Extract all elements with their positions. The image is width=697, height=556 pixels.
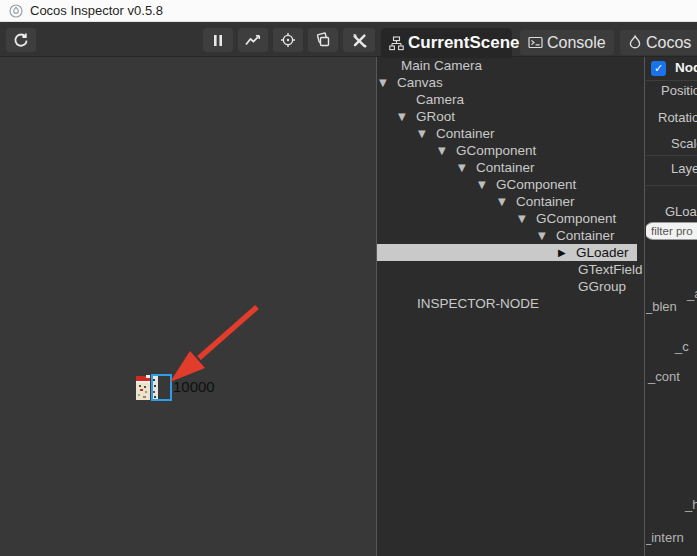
tab-cocos[interactable]: Cocos — [620, 30, 697, 55]
counter-text: 10000 — [173, 378, 215, 396]
node-enabled-checkbox[interactable]: ✓ — [651, 61, 666, 76]
inspector-panel: ✓ Node PositionRotationScaleLayerGLoader… — [646, 57, 697, 556]
inspector-property-fragment: _a — [687, 286, 697, 301]
node-header-row: ✓ Node — [646, 58, 697, 79]
inspector-label-layer: Layer — [671, 161, 697, 176]
tree-node-label: Main Camera — [401, 58, 482, 73]
tab-label: CurrentScene — [408, 33, 519, 53]
tree-node-gloader[interactable]: ▶GLoader — [377, 244, 637, 261]
collapse-arrow-icon[interactable]: ▼ — [418, 125, 436, 142]
tree-node-container[interactable]: ▼Container — [377, 227, 644, 244]
collapse-arrow-icon[interactable]: ▼ — [518, 210, 536, 227]
tree-node-label: Camera — [416, 92, 464, 107]
tree-node-label: Container — [436, 126, 495, 141]
tree-node-ggroup[interactable]: GGroup — [377, 278, 644, 295]
tree-node-camera[interactable]: Camera — [377, 91, 644, 108]
tab-label: Cocos — [646, 34, 691, 52]
tree-node-label: GLoader — [576, 245, 629, 260]
target-picker-button[interactable] — [273, 28, 303, 52]
layers-icon — [315, 32, 331, 48]
tree-node-inspector-node[interactable]: INSPECTOR-NODE — [377, 295, 644, 312]
tree-node-container[interactable]: ▼Container — [377, 159, 644, 176]
pause-icon — [212, 34, 224, 47]
filter-properties-input[interactable] — [646, 222, 697, 240]
game-view-canvas[interactable]: 10000 — [0, 57, 377, 556]
tree-node-label: Container — [476, 160, 535, 175]
crosshair-icon — [280, 32, 296, 48]
duplicate-button[interactable] — [308, 28, 338, 52]
hierarchy-icon — [389, 36, 404, 51]
tree-node-label: GComponent — [456, 143, 536, 158]
inspector-label-rotation: Rotation — [658, 110, 697, 125]
performance-chart-button[interactable] — [238, 28, 268, 52]
tree-node-gtextfield[interactable]: GTextField — [377, 261, 644, 278]
wrench-screwdriver-icon — [352, 33, 367, 48]
pause-button[interactable] — [203, 28, 233, 52]
tree-node-groot[interactable]: ▼GRoot — [377, 108, 644, 125]
inspector-property-fragment: _h — [685, 497, 697, 512]
collapse-arrow-icon[interactable]: ▼ — [498, 193, 516, 210]
tree-node-gcomponent[interactable]: ▼GComponent — [377, 210, 644, 227]
tree-node-label: GGroup — [578, 279, 626, 294]
inspector-property-fragment: _c — [675, 339, 689, 354]
tree-node-gcomponent[interactable]: ▼GComponent — [377, 176, 644, 193]
tree-node-main-camera[interactable]: Main Camera — [377, 57, 644, 74]
tree-node-label: Canvas — [397, 75, 443, 90]
tab-current-scene[interactable]: CurrentScene — [381, 28, 512, 58]
line-chart-icon — [245, 33, 261, 47]
collapse-arrow-icon[interactable]: ▼ — [398, 108, 416, 125]
inspector-label-scale: Scale — [671, 136, 697, 151]
collapse-arrow-icon[interactable]: ▼ — [478, 176, 496, 193]
inspector-property-fragment: _cont — [648, 369, 680, 384]
tree-node-label: GComponent — [536, 211, 616, 226]
tree-node-label: Container — [556, 228, 615, 243]
tab-label: Console — [547, 34, 606, 52]
node-header-label: Node — [675, 60, 697, 75]
collapse-arrow-icon[interactable]: ▼ — [458, 159, 476, 176]
window-titlebar: Cocos Inspector v0.5.8 — [0, 0, 697, 22]
inspector-label-gloader: GLoader — [665, 204, 697, 219]
separator — [646, 185, 697, 186]
separator — [646, 155, 697, 156]
red-arrow-annotation — [0, 57, 377, 556]
collapse-arrow-icon[interactable]: ▼ — [438, 142, 456, 159]
refresh-button[interactable] — [6, 28, 36, 52]
tree-node-label: GComponent — [496, 177, 576, 192]
tree-node-label: GTextField — [578, 262, 643, 277]
tree-node-container[interactable]: ▼Container — [377, 193, 644, 210]
inspector-property-fragment: _intern — [646, 530, 684, 545]
expand-arrow-icon[interactable]: ▶ — [558, 244, 576, 261]
inspector-label-position: Position — [661, 83, 697, 98]
app-icon — [9, 4, 23, 18]
scene-tree-panel: Main Camera▼CanvasCamera▼GRoot▼Container… — [377, 57, 645, 556]
tree-node-label: GRoot — [416, 109, 455, 124]
tree-node-gcomponent[interactable]: ▼GComponent — [377, 142, 644, 159]
santa-doge-sprite — [136, 375, 152, 400]
tree-node-canvas[interactable]: ▼Canvas — [377, 74, 644, 91]
tree-node-label: INSPECTOR-NODE — [417, 296, 539, 311]
window-title: Cocos Inspector v0.5.8 — [30, 3, 163, 18]
console-icon — [528, 35, 543, 50]
separator — [646, 80, 697, 81]
tab-console[interactable]: Console — [520, 30, 614, 55]
collapse-arrow-icon[interactable]: ▼ — [538, 227, 556, 244]
flame-icon — [628, 35, 642, 50]
inspector-property-fragment: _blen — [646, 299, 677, 314]
refresh-icon — [13, 32, 29, 48]
tree-node-container[interactable]: ▼Container — [377, 125, 644, 142]
toolbar: CurrentScene Console Cocos — [0, 22, 697, 57]
collapse-arrow-icon[interactable]: ▼ — [379, 74, 397, 91]
tree-node-label: Container — [516, 194, 575, 209]
tools-button[interactable] — [343, 28, 375, 52]
selection-highlight-box — [151, 374, 172, 401]
